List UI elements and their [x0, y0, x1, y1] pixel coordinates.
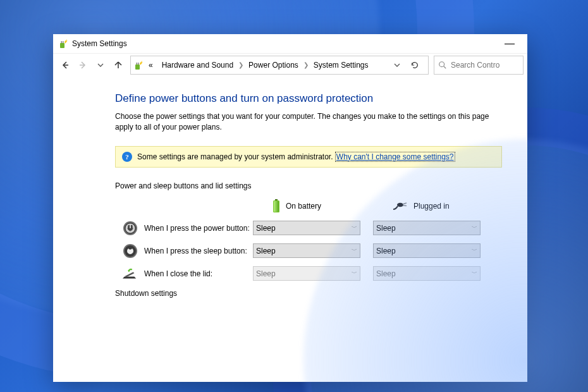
address-bar[interactable]: « Hardware and Sound ❯ Power Options ❯ S…: [130, 56, 429, 75]
row-label: When I press the power button:: [144, 224, 250, 233]
info-icon: ?: [122, 152, 132, 162]
row-close-lid: When I close the lid: Sleep﹀ Sleep﹀: [115, 266, 502, 281]
chevron-down-icon: ﹀: [472, 224, 477, 232]
chevron-down-icon: ﹀: [472, 247, 477, 255]
row-label: When I close the lid:: [144, 269, 212, 278]
section-title: Power and sleep buttons and lid settings: [115, 181, 502, 190]
search-box[interactable]: [434, 56, 524, 75]
laptop-lid-icon: [123, 266, 138, 281]
chevron-right-icon[interactable]: ❯: [303, 61, 309, 68]
svg-line-9: [444, 66, 446, 68]
back-button[interactable]: [57, 57, 73, 73]
breadcrumb-item[interactable]: Hardware and Sound: [158, 59, 237, 71]
close-lid-plugged-select: Sleep﹀: [373, 266, 481, 281]
system-settings-window: System Settings — «: [53, 34, 527, 382]
page-description: Choose the power settings that you want …: [115, 111, 501, 133]
recent-chevron-down-icon[interactable]: [92, 57, 109, 73]
svg-line-15: [403, 205, 407, 206]
power-options-icon: [58, 39, 68, 49]
admin-notice: ? Some settings are managed by your syst…: [115, 146, 502, 168]
power-button-plugged-select[interactable]: Sleep﹀: [373, 221, 481, 235]
svg-rect-2: [63, 41, 64, 43]
power-button-icon: [123, 221, 138, 236]
sleep-button-plugged-select[interactable]: Sleep﹀: [373, 243, 481, 258]
svg-line-14: [403, 203, 407, 204]
power-options-icon: [133, 60, 144, 70]
row-label: When I press the sleep button:: [144, 247, 247, 255]
titlebar: System Settings —: [53, 34, 527, 53]
notice-text: Some settings are managed by your system…: [137, 152, 333, 161]
chevron-down-icon: ﹀: [352, 224, 357, 232]
breadcrumb-item[interactable]: Power Options: [245, 59, 302, 71]
shutdown-section-title: Shutdown settings: [115, 289, 502, 298]
col-plugged-label: Plugged in: [413, 202, 450, 211]
chevron-down-icon: ﹀: [472, 269, 477, 278]
search-input[interactable]: [451, 61, 519, 70]
content-area: Define power buttons and turn on passwor…: [53, 76, 527, 382]
svg-rect-0: [60, 43, 64, 48]
search-icon: [438, 61, 447, 70]
breadcrumb-prefix: «: [145, 59, 157, 71]
sleep-button-icon: [123, 243, 138, 259]
chevron-down-icon: ﹀: [352, 269, 357, 278]
plug-icon: [392, 201, 408, 211]
page-heading: Define power buttons and turn on passwor…: [115, 92, 502, 105]
minimize-button[interactable]: —: [497, 38, 522, 49]
address-chevron-down-icon[interactable]: [394, 62, 409, 68]
close-lid-battery-select: Sleep﹀: [253, 266, 360, 281]
sleep-button-battery-select[interactable]: Sleep﹀: [253, 243, 360, 258]
svg-rect-6: [137, 63, 138, 64]
up-button[interactable]: [110, 57, 126, 73]
notice-link[interactable]: Why can't I change some settings?: [335, 152, 455, 162]
chevron-right-icon[interactable]: ❯: [238, 61, 243, 68]
svg-rect-7: [138, 63, 139, 64]
window-title: System Settings: [72, 39, 127, 48]
forward-button[interactable]: [75, 57, 91, 73]
svg-rect-10: [275, 199, 278, 200]
refresh-button[interactable]: [410, 61, 426, 70]
svg-rect-12: [274, 201, 279, 212]
svg-point-8: [439, 61, 444, 66]
row-power-button: When I press the power button: Sleep﹀ Sl…: [115, 221, 502, 236]
chevron-down-icon: ﹀: [352, 247, 357, 255]
power-button-battery-select[interactable]: Sleep﹀: [253, 221, 360, 235]
column-headers: On battery Plugged in: [115, 199, 502, 213]
row-sleep-button: When I press the sleep button: Sleep﹀ Sl…: [115, 243, 502, 259]
svg-rect-1: [61, 41, 63, 43]
svg-point-13: [397, 203, 403, 207]
battery-icon: [272, 199, 281, 213]
col-battery-label: On battery: [286, 202, 321, 211]
svg-rect-5: [135, 64, 140, 70]
nav-toolbar: « Hardware and Sound ❯ Power Options ❯ S…: [53, 53, 527, 76]
breadcrumb-item[interactable]: System Settings: [310, 59, 372, 71]
